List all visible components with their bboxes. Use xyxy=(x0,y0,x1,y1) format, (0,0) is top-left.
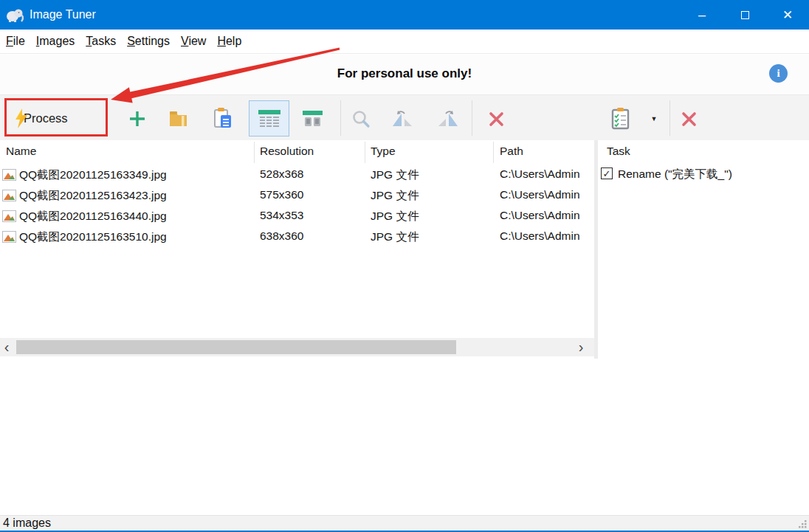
rotate-right-icon xyxy=(436,110,458,128)
add-task-button[interactable] xyxy=(607,104,633,134)
table-row[interactable]: QQ截图20201125163423.jpg 575x360 JPG 文件 C:… xyxy=(0,185,594,206)
toolbar-separator xyxy=(340,100,341,136)
task-checkbox[interactable]: ✓ xyxy=(601,167,613,179)
folder-icon xyxy=(169,110,189,128)
add-folder-button[interactable] xyxy=(165,106,192,132)
plus-icon xyxy=(128,109,147,128)
toolbar-separator xyxy=(669,100,670,136)
preview-button-disabled[interactable] xyxy=(348,106,374,132)
column-divider xyxy=(493,142,494,163)
image-thumbnail-icon xyxy=(2,210,16,222)
title-bar: Image Tuner – ✕ xyxy=(0,0,809,30)
maximize-icon xyxy=(741,11,749,19)
cell-type: JPG 文件 xyxy=(371,167,492,183)
scroll-right-arrow[interactable]: › xyxy=(574,338,588,356)
menu-tasks[interactable]: Tasks xyxy=(86,35,122,48)
add-images-button[interactable] xyxy=(124,106,151,132)
toolbar-separator xyxy=(472,100,472,136)
magnifier-icon xyxy=(352,110,371,128)
toolbar: Process xyxy=(0,94,809,140)
column-header-resolution[interactable]: Resolution xyxy=(260,145,314,158)
cell-name: QQ截图20201125163440.jpg xyxy=(19,209,252,224)
menu-images[interactable]: Images xyxy=(36,35,80,48)
cell-name: QQ截图20201125163423.jpg xyxy=(19,188,252,204)
list-header: Name Resolution Type Path xyxy=(0,140,594,165)
paste-icon xyxy=(213,108,233,129)
cell-resolution: 528x368 xyxy=(260,167,363,181)
cell-path: C:\Users\Admin xyxy=(500,229,594,243)
table-row[interactable]: QQ截图20201125163510.jpg 638x360 JPG 文件 C:… xyxy=(0,227,594,247)
rotate-left-button-disabled[interactable] xyxy=(390,106,416,132)
banner-text: For personal use only! xyxy=(0,66,809,81)
cell-type: JPG 文件 xyxy=(371,188,492,204)
remove-task-button[interactable] xyxy=(675,106,702,132)
cell-path: C:\Users\Admin xyxy=(500,209,594,222)
column-divider xyxy=(365,142,365,163)
task-item-rename[interactable]: ✓ Rename ("完美下载_") xyxy=(598,165,809,185)
table-row[interactable]: QQ截图20201125163440.jpg 534x353 JPG 文件 C:… xyxy=(0,206,594,227)
resize-grip[interactable] xyxy=(797,519,808,529)
scroll-left-arrow[interactable]: ‹ xyxy=(0,338,13,356)
cell-name: QQ截图20201125163349.jpg xyxy=(19,167,252,183)
maximize-button[interactable] xyxy=(723,0,766,30)
thumbnails-view-button[interactable] xyxy=(292,100,332,137)
status-bar: 4 images xyxy=(0,515,809,531)
close-button[interactable]: ✕ xyxy=(766,0,809,30)
column-divider xyxy=(254,142,255,163)
info-icon[interactable]: i xyxy=(769,64,788,83)
remove-task-x-icon xyxy=(681,111,698,128)
column-header-type[interactable]: Type xyxy=(371,145,396,158)
thumbnails-view-icon xyxy=(303,109,323,128)
scrollbar-thumb[interactable] xyxy=(16,340,456,354)
task-list-icon xyxy=(611,108,630,130)
cell-resolution: 638x360 xyxy=(260,229,363,243)
cell-name: QQ截图20201125163510.jpg xyxy=(19,229,252,245)
menu-view[interactable]: View xyxy=(181,35,212,48)
image-tuner-window: Image Tuner – ✕ File Images Tasks Settin… xyxy=(0,0,809,532)
rotate-left-icon xyxy=(393,110,414,128)
cell-resolution: 575x360 xyxy=(260,188,363,201)
minimize-button[interactable]: – xyxy=(681,0,723,30)
window-title: Image Tuner xyxy=(30,8,96,21)
cell-type: JPG 文件 xyxy=(371,209,492,224)
cell-resolution: 534x353 xyxy=(260,209,363,222)
remove-x-icon xyxy=(488,111,505,128)
remove-image-button[interactable] xyxy=(483,106,509,132)
menu-bar: File Images Tasks Settings View Help xyxy=(0,30,809,54)
paste-button[interactable] xyxy=(210,105,236,131)
task-label: Rename ("完美下载_") xyxy=(618,167,732,182)
menu-file[interactable]: File xyxy=(6,35,31,48)
task-dropdown-button[interactable]: ▼ xyxy=(644,106,664,132)
table-row[interactable]: QQ截图20201125163349.jpg 528x368 JPG 文件 C:… xyxy=(0,165,594,185)
cell-path: C:\Users\Admin xyxy=(500,188,594,201)
task-panel-header: Task xyxy=(607,145,630,158)
menu-help[interactable]: Help xyxy=(217,35,247,48)
lightning-icon xyxy=(14,108,29,128)
cell-type: JPG 文件 xyxy=(371,229,492,245)
column-header-path[interactable]: Path xyxy=(500,145,523,158)
image-thumbnail-icon xyxy=(2,231,16,243)
cell-path: C:\Users\Admin xyxy=(500,167,594,181)
menu-settings[interactable]: Settings xyxy=(127,35,176,48)
column-header-name[interactable]: Name xyxy=(6,145,36,158)
horizontal-scrollbar[interactable]: ‹ › xyxy=(0,338,594,356)
status-text: 4 images xyxy=(3,517,51,530)
image-list-panel: Name Resolution Type Path QQ截图2020112516… xyxy=(0,140,594,359)
task-panel: Task ✓ Rename ("完美下载_") xyxy=(598,140,809,359)
app-elephant-icon xyxy=(6,7,24,23)
details-view-icon xyxy=(258,108,280,128)
license-banner: For personal use only! i xyxy=(0,55,809,94)
details-view-button[interactable] xyxy=(249,100,289,137)
process-label: Process xyxy=(24,111,68,125)
rotate-right-button-disabled[interactable] xyxy=(433,106,460,132)
image-thumbnail-icon xyxy=(2,190,16,201)
process-button[interactable]: Process xyxy=(7,101,106,135)
image-thumbnail-icon xyxy=(2,169,16,181)
